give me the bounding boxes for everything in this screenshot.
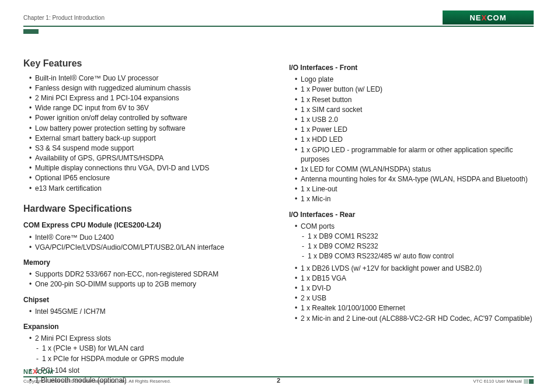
list-item: 1 x Power button (w/ LED) bbox=[295, 85, 534, 94]
list-item: Optional IP65 enclosure bbox=[29, 173, 268, 183]
brand-logo: NEXCOM bbox=[443, 10, 534, 24]
list-item: 1 x Line-out bbox=[295, 184, 534, 194]
page-number: 2 bbox=[277, 377, 280, 384]
list-item: Antenna mounting holes for 4x SMA-type (… bbox=[295, 174, 534, 184]
list-item: One 200-pin SO-DIMM supports up to 2GB m… bbox=[29, 279, 268, 289]
key-features-list: Built-in Intel® Core™ Duo LV processor F… bbox=[23, 74, 268, 193]
io-front-list: Logo plate 1 x Power button (w/ LED) 1 x… bbox=[289, 75, 534, 204]
com-module-list: Intel® Core™ Duo L2400 VGA/PCI/PCIe/LVDS… bbox=[23, 233, 268, 252]
header-rule bbox=[23, 26, 534, 27]
list-item: 1 x USB 2.0 bbox=[295, 115, 534, 124]
list-item: Logo plate bbox=[295, 75, 534, 84]
footer-square-icon bbox=[529, 379, 534, 384]
list-item: 1 x DB9 COM3 RS232/485 w/ auto flow cont… bbox=[302, 251, 534, 261]
list-item: 1 x GPIO LED - programmable for alarm or… bbox=[295, 145, 534, 164]
list-item: Fanless design with ruggedized aluminum … bbox=[29, 83, 268, 93]
heading-memory: Memory bbox=[23, 258, 268, 267]
footer-logo: NEXCOM bbox=[23, 368, 534, 375]
list-item: 2 x Mic-in and 2 Line-out (ALC888-VC2-GR… bbox=[295, 314, 534, 323]
list-item: Built-in Intel® Core™ Duo LV processor bbox=[29, 74, 268, 83]
list-item: Supports DDR2 533/667 non-ECC, non-regis… bbox=[29, 270, 268, 279]
io-rear-sublist: 1 x DB9 COM1 RS232 1 x DB9 COM2 RS232 1 … bbox=[295, 232, 534, 261]
manual-text: VTC 6110 User Manual bbox=[473, 379, 522, 384]
list-item: e13 Mark certification bbox=[29, 184, 268, 193]
list-item: 1 x Realtek 10/100/1000 Ethernet bbox=[295, 303, 534, 313]
footer-logo-x: X bbox=[33, 368, 37, 375]
list-item: Multiple display connections thru VGA, D… bbox=[29, 163, 268, 173]
list-item: VGA/PCI/PCIe/LVDS/Audio/COM/LPT/USB2.0/L… bbox=[29, 243, 268, 252]
logo-post: COM bbox=[487, 13, 506, 22]
list-item: 1 x SIM card socket bbox=[295, 105, 534, 114]
heading-com-module: COM Express CPU Module (ICES200-L24) bbox=[23, 220, 268, 230]
heading-hw-spec: Hardware Specifications bbox=[23, 202, 268, 215]
list-item: 1 x DB26 LVDS (w/ +12V for backlight pow… bbox=[295, 264, 534, 273]
list-item: 2 x USB bbox=[295, 293, 534, 303]
heading-chipset: Chipset bbox=[23, 295, 268, 304]
footer-square-icon bbox=[524, 379, 528, 384]
memory-list: Supports DDR2 533/667 non-ECC, non-regis… bbox=[23, 270, 268, 289]
list-item: 1 x DB9 COM2 RS232 bbox=[302, 242, 534, 251]
list-item: 1 x Power LED bbox=[295, 125, 534, 134]
list-item: 1 x DB15 VGA bbox=[295, 274, 534, 283]
logo-pre: NE bbox=[469, 13, 481, 22]
expansion-sublist: 1 x (PCIe + USB) for WLAN card 1 x PCIe … bbox=[29, 344, 268, 363]
copyright-text: Copyright © 2009 NEXCOM International Co… bbox=[23, 379, 171, 384]
heading-key-features: Key Features bbox=[23, 57, 268, 70]
right-column: I/O Interfaces - Front Logo plate 1 x Po… bbox=[289, 57, 534, 387]
list-item: Intel® Core™ Duo L2400 bbox=[29, 233, 268, 242]
list-item: 1 x Reset button bbox=[295, 95, 534, 104]
list-item: Low battery power protection setting by … bbox=[29, 124, 268, 133]
heading-io-front: I/O Interfaces - Front bbox=[289, 63, 534, 72]
list-item: 1 x DB9 COM1 RS232 bbox=[302, 232, 534, 241]
logo-x: X bbox=[482, 13, 488, 22]
list-item: 1 x DVI-D bbox=[295, 284, 534, 293]
heading-io-rear: I/O Interfaces - Rear bbox=[289, 210, 534, 219]
list-item: 2 Mini PCI Express and 1 PCI-104 expansi… bbox=[29, 93, 268, 103]
list-item: 1 x Mic-in bbox=[295, 194, 534, 204]
footer-logo-post: COM bbox=[37, 368, 53, 375]
list-item: 1 x HDD LED bbox=[295, 135, 534, 144]
heading-expansion: Expansion bbox=[23, 322, 268, 331]
list-item: S3 & S4 suspend mode support bbox=[29, 144, 268, 153]
list-item: 1x LED for COMM (WLAN/HSDPA) status bbox=[295, 164, 534, 174]
list-item: 1 x PCIe for HSDPA module or GPRS module bbox=[36, 354, 268, 363]
list-item: Intel 945GME / ICH7M bbox=[29, 307, 268, 316]
accent-stub bbox=[23, 29, 39, 34]
list-item: External smart battery back-up support bbox=[29, 134, 268, 143]
footer-logo-pre: NE bbox=[23, 368, 33, 375]
left-column: Key Features Built-in Intel® Core™ Duo L… bbox=[23, 57, 268, 387]
list-item: Power ignition on/off delay controlled b… bbox=[29, 113, 268, 123]
io-rear-list: COM ports 1 x DB9 COM1 RS232 1 x DB9 COM… bbox=[289, 222, 534, 323]
list-item: Wide range DC input from 6V to 36V bbox=[29, 103, 268, 113]
manual-name: VTC 6110 User Manual bbox=[473, 379, 534, 384]
chipset-list: Intel 945GME / ICH7M bbox=[23, 307, 268, 316]
list-item: 1 x (PCIe + USB) for WLAN card bbox=[36, 344, 268, 353]
chapter-label: Chapter 1: Product Introduction bbox=[23, 15, 105, 21]
list-item: Availability of GPS, GPRS/UMTS/HSDPA bbox=[29, 153, 268, 163]
list-item: 2 Mini PCI Express slots bbox=[29, 334, 268, 343]
list-item: COM ports bbox=[295, 222, 534, 231]
